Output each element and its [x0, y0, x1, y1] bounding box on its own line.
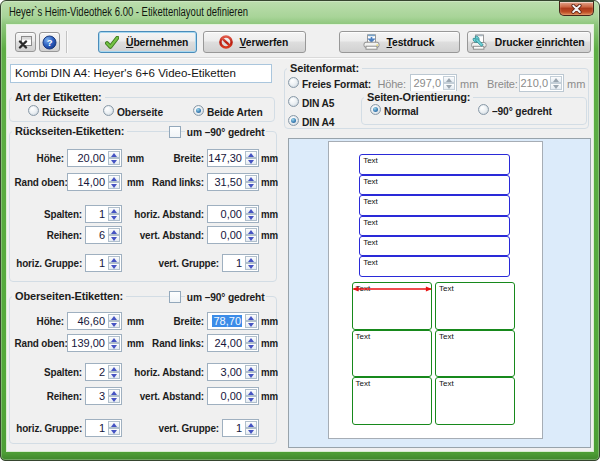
back-breite-spinner[interactable] [245, 151, 257, 165]
printer-icon [363, 34, 380, 50]
spin-up-icon[interactable] [245, 207, 257, 214]
top-vert-gruppe-input[interactable]: 1 [222, 419, 259, 437]
spin-up-icon[interactable] [245, 314, 257, 321]
svg-text:?: ? [47, 37, 53, 48]
radio-beide-arten[interactable] [193, 105, 204, 116]
top-breite-input[interactable]: 78,70 [207, 312, 259, 330]
preview-label-text: Text [363, 258, 378, 267]
spin-down-icon[interactable] [245, 372, 257, 379]
spin-up-icon[interactable] [245, 421, 257, 428]
back-vert-gruppe-spinner[interactable] [245, 256, 257, 270]
page-width-spinner[interactable] [550, 76, 562, 90]
preview-label-text: Text [356, 379, 371, 388]
spin-up-icon[interactable] [245, 365, 257, 372]
field-value-selected: 78,70 [212, 315, 242, 327]
field-label: horiz. Abstand: [119, 366, 205, 378]
spin-down-icon[interactable] [245, 428, 257, 435]
preview-top-label: Text [352, 330, 432, 378]
back-vert-gruppe-input[interactable]: 1 [222, 254, 259, 272]
field-label: vert. Gruppe: [120, 257, 219, 269]
preview-label-text: Text [356, 332, 371, 341]
test-print-button-label: Testdruck [387, 36, 435, 48]
page-height-spinner[interactable] [443, 76, 455, 90]
top-rand-links-input[interactable]: 24,00 [207, 334, 259, 352]
radio-normal[interactable] [370, 104, 381, 115]
preview-label-text: Text [363, 177, 378, 186]
printer-setup-button-label: Drucker einrichten [495, 36, 585, 48]
page-format-legend: Seitenformat: [287, 62, 362, 74]
spin-up-icon[interactable] [245, 228, 257, 235]
preview-back-label: Text [359, 256, 509, 276]
spin-up-icon[interactable] [245, 256, 257, 263]
page-height-input[interactable]: 297,0 [410, 74, 457, 92]
field-value: 147,30 [208, 152, 242, 164]
back-rand-links-input[interactable]: 31,50 [207, 173, 259, 191]
page-width-input[interactable]: 210,0 [519, 74, 564, 92]
check-icon [105, 36, 119, 49]
unit-label: mm [261, 337, 278, 349]
toolbar-divider [7, 57, 593, 59]
spin-down-icon[interactable] [245, 158, 257, 165]
top-vert-abstand-spinner[interactable] [245, 389, 257, 403]
top-breite-spinner[interactable] [245, 314, 257, 328]
spin-up-icon[interactable] [245, 151, 257, 158]
width-dimension-arrow [352, 285, 432, 293]
field-value: 31,50 [214, 176, 242, 188]
preview-top-label: Text [352, 377, 432, 425]
preview-label-text: Text [363, 156, 378, 165]
spin-up-icon[interactable] [245, 175, 257, 182]
back-rand-links-field: Rand links: 31,50 mm [9, 173, 289, 191]
titlebar[interactable]: Heyer`s Heim-Videothek 6.00 - Etikettenl… [1, 1, 599, 25]
apply-button[interactable]: Übernehmen [98, 31, 197, 53]
top-vert-abstand-field: vert. Abstand: 0,00 mm [9, 387, 289, 405]
top-rotate-checkbox[interactable] [169, 291, 181, 303]
radio-rueckseite[interactable] [28, 105, 39, 116]
back-vert-abstand-field: vert. Abstand: 0,00 mm [9, 226, 289, 244]
top-vert-gruppe-spinner[interactable] [245, 421, 257, 435]
layout-name-input[interactable]: Kombi DIN A4: Heyer's 6+6 Video-Etikette… [10, 64, 272, 83]
preview-label-text: Text [439, 284, 454, 293]
spin-up-icon[interactable] [443, 76, 455, 83]
unit-label: mm [261, 366, 278, 378]
spin-down-icon[interactable] [245, 396, 257, 403]
spin-down-icon[interactable] [245, 263, 257, 270]
spin-down-icon[interactable] [245, 321, 257, 328]
radio-freies-format[interactable] [288, 77, 299, 88]
spin-down-icon[interactable] [245, 182, 257, 189]
spin-down-icon[interactable] [245, 214, 257, 221]
spin-down-icon[interactable] [245, 235, 257, 242]
back-breite-input[interactable]: 147,30 [207, 149, 259, 167]
close-window-button[interactable] [15, 32, 36, 52]
radio-oberseite[interactable] [103, 105, 114, 116]
spin-down-icon[interactable] [245, 343, 257, 350]
back-vert-abstand-spinner[interactable] [245, 228, 257, 242]
top-vert-abstand-input[interactable]: 0,00 [207, 387, 259, 405]
page-width-label: Breite: [487, 78, 517, 90]
field-value: 0,00 [221, 390, 242, 402]
top-horiz-abstand-spinner[interactable] [245, 365, 257, 379]
back-horiz-abstand-spinner[interactable] [245, 207, 257, 221]
close-button[interactable] [559, 1, 594, 16]
spin-down-icon[interactable] [443, 83, 455, 90]
preview-page: TextTextTextTextTextTextTextTextTextText… [328, 141, 543, 439]
radio-din-a5[interactable] [288, 96, 299, 107]
preview-top-label: Text [435, 282, 515, 330]
back-vert-abstand-input[interactable]: 0,00 [207, 226, 259, 244]
radio-din-a4[interactable] [288, 115, 299, 126]
printer-setup-button[interactable]: Drucker einrichten [467, 31, 591, 53]
unit-label: mm [261, 176, 278, 188]
spin-down-icon[interactable] [550, 83, 562, 90]
top-horiz-abstand-input[interactable]: 3,00 [207, 363, 259, 381]
test-print-button[interactable]: Testdruck [339, 31, 460, 53]
discard-button[interactable]: Verwerfen [203, 31, 306, 53]
spin-up-icon[interactable] [550, 76, 562, 83]
spin-up-icon[interactable] [245, 389, 257, 396]
top-rand-links-spinner[interactable] [245, 336, 257, 350]
radio-minus90-gedreht[interactable] [478, 104, 489, 115]
top-rotate-label: um –90° gedreht [185, 291, 266, 303]
back-rotate-checkbox[interactable] [169, 126, 181, 138]
back-horiz-abstand-input[interactable]: 0,00 [207, 205, 259, 223]
spin-up-icon[interactable] [245, 336, 257, 343]
back-rand-links-spinner[interactable] [245, 175, 257, 189]
help-button[interactable]: ? [39, 32, 60, 52]
